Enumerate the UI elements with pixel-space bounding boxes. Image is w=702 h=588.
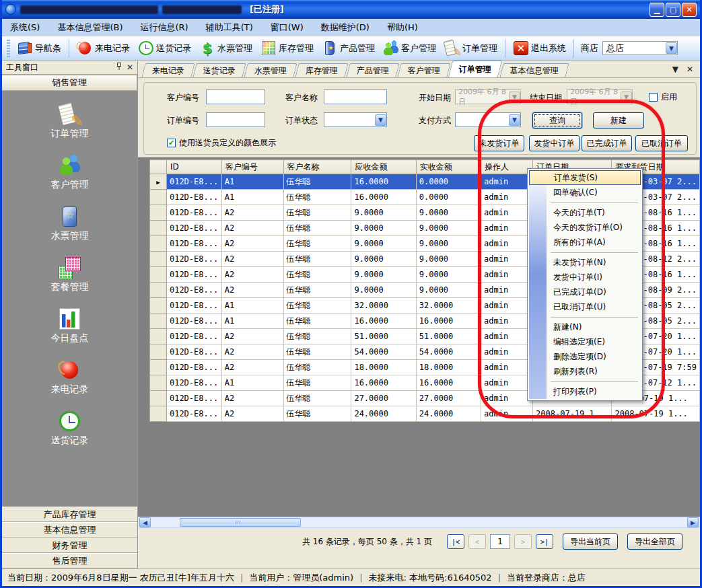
- menu-item[interactable]: 基本信息管理(B): [57, 22, 122, 34]
- column-header[interactable]: 客户编号: [221, 160, 283, 174]
- column-header[interactable]: 实收金额: [416, 160, 481, 174]
- sidebar-group-button[interactable]: 售后管理: [2, 553, 137, 568]
- store-select[interactable]: 总店 ▼: [602, 41, 678, 55]
- toolbar-button[interactable]: 水票管理: [196, 39, 256, 58]
- query-button[interactable]: 查询: [532, 112, 582, 128]
- context-menu-item[interactable]: [529, 200, 641, 205]
- close-button[interactable]: ✕: [682, 3, 697, 17]
- column-header[interactable]: 操作人: [481, 160, 533, 174]
- toolbar-button[interactable]: 送货记录: [135, 39, 195, 58]
- sidebar-group-button[interactable]: 财务管理: [2, 538, 137, 553]
- context-menu-item[interactable]: 回单确认(C): [529, 185, 641, 200]
- order-no-input[interactable]: [206, 112, 265, 127]
- sidebar-item[interactable]: 套餐管理: [51, 256, 89, 293]
- chevron-down-icon[interactable]: ▼: [509, 114, 520, 126]
- next-page-button[interactable]: >: [514, 534, 532, 549]
- row-selector-cell[interactable]: [150, 267, 167, 283]
- pin-icon[interactable]: [116, 63, 122, 72]
- sidebar-group-sales[interactable]: 销售管理: [2, 75, 137, 91]
- context-menu-item[interactable]: 新建(N): [529, 320, 641, 334]
- row-selector-cell[interactable]: [150, 406, 167, 422]
- export-all-pages-button[interactable]: 导出全部页: [627, 534, 682, 550]
- row-selector-cell[interactable]: [150, 174, 167, 190]
- toolbar-button[interactable]: [573, 39, 574, 58]
- row-selector-cell[interactable]: [150, 236, 167, 252]
- tab[interactable]: 产品管理: [346, 63, 399, 77]
- tab[interactable]: 基本信息管理: [499, 63, 569, 77]
- page-number-input[interactable]: 1: [490, 534, 510, 549]
- tab-list-chevron-down-icon[interactable]: ▼: [672, 65, 678, 74]
- sidebar-group-button[interactable]: 基本信息管理: [2, 522, 137, 538]
- chevron-down-icon[interactable]: ▼: [666, 42, 677, 54]
- horizontal-scrollbar[interactable]: ◀ ▶: [139, 517, 699, 528]
- menu-item[interactable]: 窗口(W): [271, 22, 304, 34]
- row-selector-cell[interactable]: [150, 344, 167, 360]
- sidebar-item[interactable]: 送货记录: [51, 410, 89, 447]
- row-selector-cell[interactable]: [150, 283, 167, 298]
- context-menu-item[interactable]: 今天的订单(T): [529, 205, 641, 220]
- menu-item[interactable]: 帮助(H): [387, 22, 418, 34]
- context-menu-item[interactable]: 发货中订单(I): [529, 270, 641, 285]
- row-selector-cell[interactable]: [150, 252, 167, 267]
- minimize-button[interactable]: ▁: [650, 3, 664, 17]
- row-selector-cell[interactable]: [150, 298, 167, 314]
- context-menu-item[interactable]: 所有的订单(A): [529, 235, 641, 250]
- context-menu-item[interactable]: 订单发货(S): [529, 170, 641, 185]
- context-menu-item[interactable]: 今天的发货订单(O): [529, 220, 641, 235]
- menu-item[interactable]: 系统(S): [10, 22, 40, 34]
- toolbar-button[interactable]: [69, 39, 69, 58]
- prev-page-button[interactable]: <: [468, 534, 486, 549]
- sidebar-item[interactable]: 今日盘点: [51, 307, 89, 344]
- tab[interactable]: 水票管理: [244, 63, 297, 77]
- toolbar-button[interactable]: 产品管理: [318, 39, 378, 58]
- export-current-page-button[interactable]: 导出当前页: [563, 534, 618, 550]
- toolbar-button[interactable]: 导航条: [13, 39, 65, 58]
- maximize-button[interactable]: ▢: [666, 3, 680, 17]
- toolbar-button[interactable]: 来电记录: [73, 39, 133, 58]
- row-selector-cell[interactable]: [150, 205, 167, 221]
- tab[interactable]: 送货记录: [192, 63, 246, 77]
- color-checkbox[interactable]: ✔ 使用送货员定义的颜色展示: [167, 137, 276, 149]
- toolbar-button[interactable]: 客户管理: [380, 39, 440, 58]
- row-selector-cell[interactable]: [150, 375, 167, 391]
- row-selector-cell[interactable]: [150, 221, 167, 236]
- tab-close-icon[interactable]: ✕: [687, 65, 693, 74]
- sidebar-group-button[interactable]: 产品库存管理: [2, 507, 137, 522]
- toolbar-button[interactable]: 库存管理: [257, 39, 317, 58]
- sidebar-item[interactable]: 订单管理: [51, 103, 89, 140]
- sidebar-item[interactable]: 来电记录: [51, 359, 89, 396]
- context-menu-item[interactable]: 刷新列表(R): [529, 364, 641, 379]
- table-row[interactable]: 012D-E8... A2 伍华聪 24.0000 24.0000 admin …: [150, 406, 700, 422]
- context-menu-item[interactable]: 未发货订单(N): [529, 255, 641, 270]
- column-header[interactable]: 客户名称: [283, 160, 351, 174]
- order-status-filter-button[interactable]: 已取消订单: [635, 135, 688, 151]
- toolbar-button[interactable]: [505, 39, 505, 58]
- context-menu-item[interactable]: 打印列表(P): [529, 384, 641, 399]
- context-menu-item[interactable]: [529, 314, 641, 320]
- scroll-left-icon[interactable]: ◀: [139, 517, 151, 527]
- scroll-right-icon[interactable]: ▶: [687, 517, 699, 527]
- context-menu-item[interactable]: 删除选定项(D): [529, 349, 641, 364]
- chevron-down-icon[interactable]: ▼: [375, 114, 386, 126]
- row-selector-cell[interactable]: [150, 314, 167, 329]
- payment-select[interactable]: ▼: [455, 112, 521, 127]
- tab[interactable]: 订单管理: [448, 61, 502, 77]
- context-menu-item[interactable]: 编辑选定项(E): [529, 334, 641, 349]
- scrollbar-thumb[interactable]: [180, 518, 301, 527]
- order-status-filter-button[interactable]: 未发货订单: [474, 135, 524, 151]
- menu-item[interactable]: 辅助工具(T): [206, 22, 253, 34]
- row-selector-cell[interactable]: [150, 391, 167, 406]
- toolbar-button[interactable]: 订单管理: [441, 39, 501, 58]
- new-button[interactable]: 新建: [593, 112, 644, 128]
- context-menu-item[interactable]: 已取消订单(U): [529, 299, 641, 314]
- column-header[interactable]: ID: [166, 160, 221, 174]
- context-menu-item[interactable]: 已完成订单(D): [529, 285, 641, 299]
- customer-no-input[interactable]: [206, 89, 265, 104]
- order-status-filter-button[interactable]: 已完成订单: [582, 135, 632, 151]
- close-icon[interactable]: ✕: [127, 63, 133, 71]
- tab[interactable]: 库存管理: [295, 63, 348, 77]
- order-status-select[interactable]: ▼: [324, 112, 387, 127]
- order-status-filter-button[interactable]: 发货中订单: [529, 135, 580, 151]
- start-date-picker[interactable]: 2009年 6月 8日 ▼: [455, 89, 521, 104]
- last-page-button[interactable]: >|: [536, 534, 553, 549]
